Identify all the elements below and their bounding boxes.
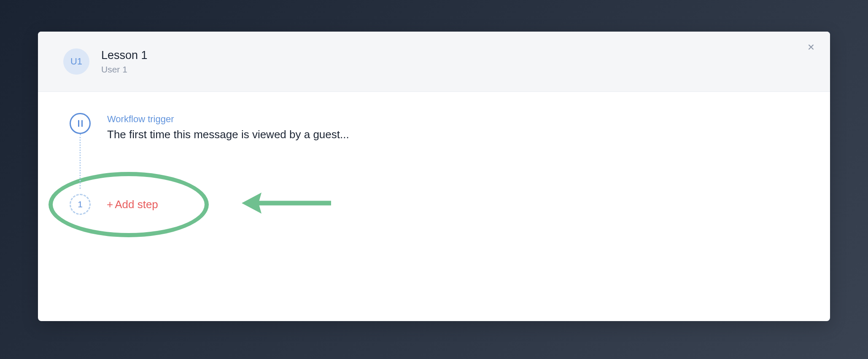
close-icon: × xyxy=(808,40,814,54)
step-marker-column xyxy=(63,113,97,134)
plus-icon: + xyxy=(107,198,113,211)
trigger-marker xyxy=(70,113,91,134)
close-button[interactable]: × xyxy=(805,41,817,54)
user-name: User 1 xyxy=(101,64,148,75)
step-number: 1 xyxy=(78,199,83,209)
trigger-content: Workflow trigger The first time this mes… xyxy=(97,113,805,141)
workflow-trigger-row[interactable]: Workflow trigger The first time this mes… xyxy=(63,113,805,141)
trigger-label: Workflow trigger xyxy=(107,114,805,125)
workflow-modal: U1 Lesson 1 User 1 × Workflow trig xyxy=(38,32,830,321)
add-step-row: 1 + Add step xyxy=(63,194,805,215)
annotation-arrow-icon xyxy=(238,188,333,219)
user-avatar: U1 xyxy=(63,48,89,75)
add-step-label: Add step xyxy=(115,198,158,211)
modal-body: Workflow trigger The first time this mes… xyxy=(38,92,830,236)
add-step-button[interactable]: + Add step xyxy=(107,198,158,211)
modal-header: U1 Lesson 1 User 1 × xyxy=(38,32,830,92)
pause-icon xyxy=(78,120,83,127)
trigger-description: The first time this message is viewed by… xyxy=(107,128,805,141)
lesson-title: Lesson 1 xyxy=(101,49,148,62)
step-number-marker: 1 xyxy=(70,194,91,215)
header-text-block: Lesson 1 User 1 xyxy=(101,49,148,75)
avatar-initials: U1 xyxy=(70,56,82,67)
connector-line xyxy=(80,134,81,189)
